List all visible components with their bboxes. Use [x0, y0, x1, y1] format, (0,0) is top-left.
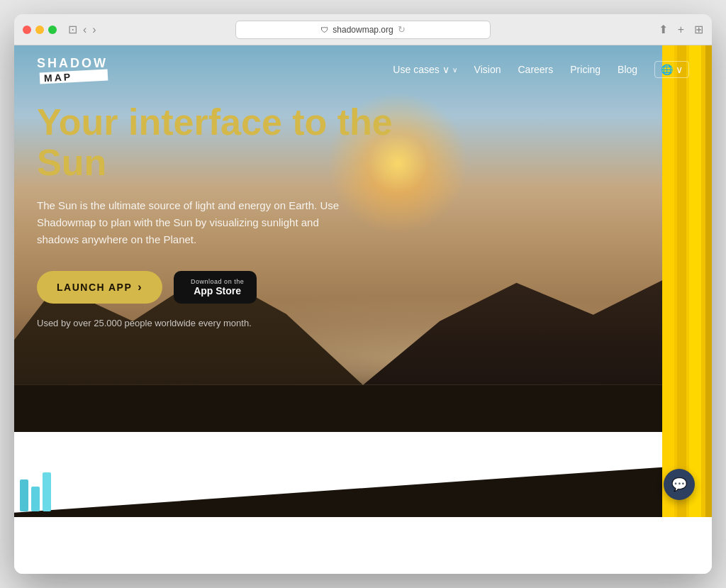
hero-diagonal: [14, 432, 662, 517]
appstore-label-large: App Store: [191, 285, 244, 296]
blue-bar-2: [31, 487, 40, 511]
nav-links: Use cases ∨ Vision Careers Pricing Blog …: [393, 61, 689, 78]
nav-language[interactable]: 🌐 ∨: [654, 61, 689, 78]
titlebar-right: ⬆ + ⊞: [659, 23, 703, 36]
launch-app-label: LAUNCH APP: [57, 282, 132, 293]
chat-button[interactable]: 💬: [664, 469, 695, 500]
app-store-button[interactable]: Download on the App Store: [174, 271, 257, 304]
nav-careers[interactable]: Careers: [518, 64, 553, 75]
nav-pricing[interactable]: Pricing: [570, 64, 601, 75]
website: SHADOW MAP Use cases ∨ Vision Careers Pr…: [14, 45, 712, 574]
appstore-label-small: Download on the: [191, 278, 244, 285]
hero-subtitle: The Sun is the ultimate source of light …: [37, 197, 342, 248]
titlebar-center: 🛡 shadowmap.org ↻: [235, 21, 491, 39]
logo[interactable]: SHADOW MAP: [37, 57, 108, 82]
sidebar-icon[interactable]: ⊡: [68, 23, 77, 36]
forward-button[interactable]: ›: [92, 23, 96, 36]
nav-use-cases[interactable]: Use cases ∨: [393, 64, 457, 75]
traffic-lights: [23, 26, 57, 34]
fullscreen-button[interactable]: [48, 26, 57, 34]
appstore-text: Download on the App Store: [191, 278, 244, 296]
logo-map-text: MAP: [40, 69, 108, 84]
close-button[interactable]: [23, 26, 31, 34]
url-text: shadowmap.org: [333, 25, 393, 35]
launch-app-arrow: ›: [138, 281, 143, 294]
chat-icon: 💬: [671, 477, 687, 492]
nav-controls: ⊡ ‹ ›: [68, 23, 96, 36]
refresh-icon[interactable]: ↻: [398, 24, 406, 35]
share-icon[interactable]: ⬆: [659, 23, 668, 36]
titlebar: ⊡ ‹ › 🛡 shadowmap.org ↻ ⬆ + ⊞: [14, 14, 712, 45]
hero-title: Your interface to the Sun: [37, 102, 434, 183]
yellow-bars: [662, 45, 712, 517]
tab-grid-icon[interactable]: ⊞: [694, 23, 703, 36]
yellow-bar-7: [705, 45, 712, 517]
navigation: SHADOW MAP Use cases ∨ Vision Careers Pr…: [14, 45, 712, 94]
blue-bar-1: [20, 479, 28, 511]
url-bar[interactable]: 🛡 shadowmap.org ↻: [235, 21, 491, 39]
yellow-bar-5: [689, 45, 701, 517]
minimize-button[interactable]: [35, 26, 44, 34]
blue-bar-3: [43, 472, 51, 511]
browser-content: SHADOW MAP Use cases ∨ Vision Careers Pr…: [14, 45, 712, 574]
hero-buttons: LAUNCH APP › Download on the App Store: [37, 271, 434, 304]
hero-caption: Used by over 25.000 people worldwide eve…: [37, 318, 434, 328]
yellow-bar-3: [677, 45, 686, 517]
below-hero-section: [14, 517, 712, 574]
browser-window: ⊡ ‹ › 🛡 shadowmap.org ↻ ⬆ + ⊞: [14, 14, 712, 574]
logo-shadow-text: SHADOW: [37, 57, 108, 70]
nav-blog[interactable]: Blog: [618, 64, 637, 75]
blue-bars: [14, 475, 57, 517]
new-tab-icon[interactable]: +: [678, 23, 684, 36]
hero-content: Your interface to the Sun The Sun is the…: [37, 102, 434, 328]
hero-section: SHADOW MAP Use cases ∨ Vision Careers Pr…: [14, 45, 712, 517]
yellow-bar-1: [662, 45, 674, 517]
back-button[interactable]: ‹: [83, 23, 86, 36]
launch-app-button[interactable]: LAUNCH APP ›: [37, 271, 162, 304]
shield-icon: 🛡: [320, 26, 328, 34]
nav-vision[interactable]: Vision: [474, 64, 501, 75]
